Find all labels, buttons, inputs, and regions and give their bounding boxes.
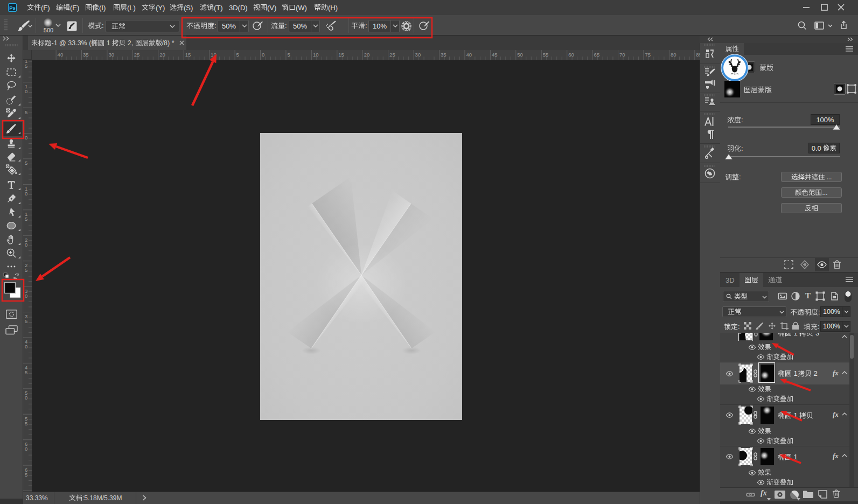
svg-text:70: 70 <box>619 52 625 58</box>
svg-text:10: 10 <box>211 52 217 58</box>
svg-text:30: 30 <box>108 52 114 58</box>
svg-text:0: 0 <box>25 242 27 248</box>
svg-text:25: 25 <box>134 52 140 58</box>
svg-text:10: 10 <box>313 52 319 58</box>
svg-text:30: 30 <box>415 52 421 58</box>
svg-text:15: 15 <box>338 52 344 58</box>
svg-text:35: 35 <box>441 52 447 58</box>
svg-text:0: 0 <box>25 191 27 197</box>
svg-text:75: 75 <box>645 52 651 58</box>
svg-text:0: 0 <box>25 135 27 141</box>
svg-text:5: 5 <box>236 52 239 58</box>
svg-text:35: 35 <box>83 52 89 58</box>
svg-text:0: 0 <box>25 88 27 94</box>
svg-text:25: 25 <box>389 52 395 58</box>
svg-text:5: 5 <box>25 63 27 69</box>
svg-text:0: 0 <box>25 395 27 401</box>
svg-text:15: 15 <box>185 52 191 58</box>
svg-text:5: 5 <box>25 267 27 273</box>
svg-text:85: 85 <box>696 52 700 58</box>
svg-text:5: 5 <box>25 216 27 222</box>
svg-text:5: 5 <box>25 421 27 426</box>
svg-text:40: 40 <box>466 52 472 58</box>
svg-text:5: 5 <box>287 52 290 58</box>
svg-text:20: 20 <box>159 52 165 58</box>
svg-text:20: 20 <box>364 52 370 58</box>
svg-text:40: 40 <box>58 52 64 58</box>
svg-text:5: 5 <box>25 369 27 375</box>
svg-text:0: 0 <box>25 446 27 452</box>
svg-text:65: 65 <box>594 52 600 58</box>
svg-text:80: 80 <box>671 52 676 58</box>
svg-text:45: 45 <box>492 52 498 58</box>
svg-text:0: 0 <box>262 52 264 58</box>
svg-text:5: 5 <box>25 318 27 324</box>
svg-text:0: 0 <box>25 344 27 349</box>
svg-text:50: 50 <box>517 52 523 58</box>
svg-text:5: 5 <box>25 160 27 166</box>
svg-text:60: 60 <box>568 52 574 58</box>
svg-text:55: 55 <box>543 52 549 58</box>
svg-text:5: 5 <box>25 109 27 115</box>
svg-text:0: 0 <box>25 293 27 299</box>
svg-text:5: 5 <box>25 472 27 478</box>
